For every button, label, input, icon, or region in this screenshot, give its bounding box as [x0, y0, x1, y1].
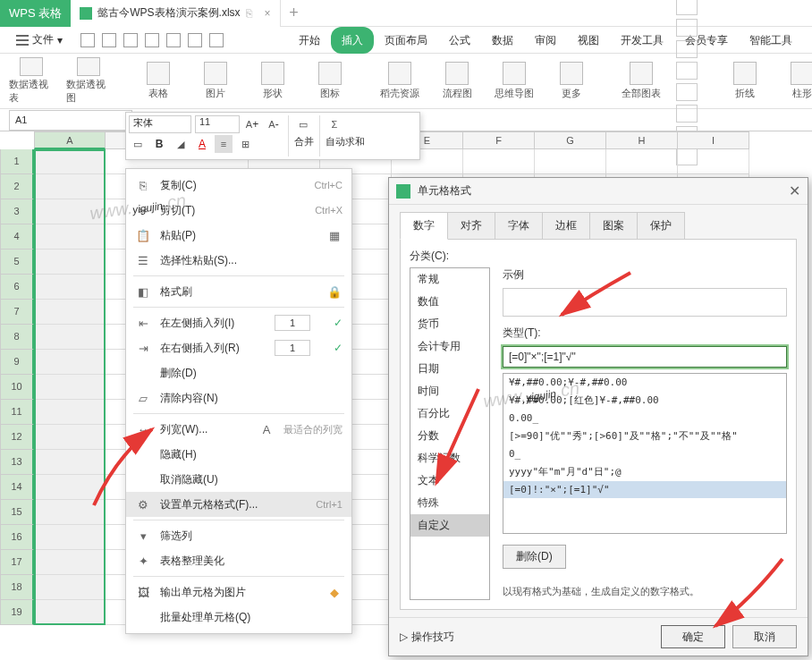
cell[interactable] [34, 425, 106, 450]
cell[interactable] [606, 149, 678, 174]
pivot-chart-button[interactable]: 数据透视图 [66, 57, 111, 105]
cell[interactable] [34, 174, 106, 199]
category-item[interactable]: 特殊 [410, 492, 489, 514]
chart-type-icon[interactable] [676, 105, 698, 123]
tab-start[interactable]: 开始 [288, 27, 331, 54]
type-list-item[interactable]: [=0]!:"×";[=1]"√" [503, 481, 786, 498]
category-list[interactable]: 常规数值货币会计专用日期时间百分比分数科学记数文本特殊自定义 [410, 267, 490, 600]
row-header[interactable]: 4 [0, 224, 34, 250]
dtab-font[interactable]: 字体 [495, 212, 543, 240]
ds-resource-button[interactable]: 稻壳资源 [377, 57, 422, 105]
cell[interactable] [34, 600, 106, 625]
more-button[interactable]: 更多 [549, 57, 594, 105]
menu-col-width[interactable]: ↔列宽(W)...A最适合的列宽 [126, 417, 351, 442]
type-list-item[interactable]: 0_ [503, 445, 786, 462]
row-header[interactable]: 14 [0, 475, 34, 500]
menu-copy[interactable]: ⎘复制(C)Ctrl+C [126, 173, 351, 198]
cell[interactable] [34, 500, 106, 525]
type-list-item[interactable]: yyyy"年"m"月"d"日";@ [503, 462, 786, 481]
col-header[interactable]: G [535, 131, 606, 149]
menu-beautify[interactable]: ✦表格整理美化 [126, 548, 351, 573]
col-header[interactable]: A [34, 131, 106, 149]
cell[interactable] [34, 224, 106, 250]
merge-icon[interactable]: ▭ [294, 115, 312, 133]
count-stepper[interactable]: 1 [275, 315, 310, 331]
dtab-border[interactable]: 边框 [542, 212, 590, 240]
table-button[interactable]: 表格 [136, 57, 181, 105]
row-header[interactable]: 12 [0, 425, 34, 450]
shrink-font-icon[interactable]: A- [265, 115, 283, 133]
qat-redo-icon[interactable] [209, 33, 224, 47]
font-select[interactable]: 宋体 [129, 115, 191, 133]
dtab-protect[interactable]: 保护 [637, 212, 685, 240]
flow-button[interactable]: 流程图 [435, 57, 479, 105]
tab-data[interactable]: 数据 [481, 27, 524, 54]
type-list-item[interactable]: ¥#,##0.00;[红色]¥-#,##0.00 [503, 391, 786, 410]
row-header[interactable]: 7 [0, 300, 34, 325]
qat-save-icon[interactable] [123, 33, 138, 47]
cell[interactable] [34, 350, 106, 375]
cell[interactable] [678, 149, 749, 174]
row-header[interactable]: 3 [0, 199, 34, 224]
file-tab[interactable]: 懿古今WPS表格演示案例.xlsx ⎘ × [71, 0, 280, 27]
ok-button[interactable]: 确定 [661, 625, 725, 648]
cell[interactable] [463, 149, 535, 174]
col-header[interactable]: H [606, 131, 678, 149]
check-icon[interactable]: ✓ [334, 342, 343, 354]
bar-chart-button[interactable]: 柱形 [780, 57, 812, 105]
menu-export-image[interactable]: 🖼输出单元格为图片◆ [126, 580, 351, 605]
fill-color-icon[interactable]: ◢ [172, 135, 190, 153]
category-item[interactable]: 科学记数 [410, 447, 489, 470]
check-icon[interactable]: ✓ [334, 317, 343, 329]
cell[interactable] [34, 375, 106, 400]
shape-button[interactable]: 形状 [250, 57, 295, 105]
border-icon[interactable]: ⊞ [236, 135, 254, 153]
count-stepper[interactable]: 1 [275, 340, 310, 356]
category-item[interactable]: 时间 [410, 380, 489, 402]
menu-unhide[interactable]: 取消隐藏(U) [126, 467, 351, 492]
menu-cut[interactable]: ✂剪切(T)Ctrl+X [126, 198, 351, 223]
type-list-item[interactable]: [>=90]"优""秀";[>60]"及""格";"不""及""格" [503, 427, 786, 445]
col-header[interactable]: F [463, 131, 535, 149]
menu-cell-format[interactable]: ⚙设置单元格格式(F)...Ctrl+1 [126, 492, 351, 517]
cell[interactable] [34, 525, 106, 550]
menu-format-painter[interactable]: ◧格式刷🔒 [126, 279, 351, 304]
line-chart-button[interactable]: 折线 [723, 57, 767, 105]
type-list-item[interactable]: ¥#,##0.00;¥-#,##0.00 [503, 374, 786, 391]
category-item[interactable]: 日期 [410, 358, 489, 380]
tab-view[interactable]: 视图 [567, 27, 610, 54]
chart-type-icon[interactable] [676, 40, 698, 58]
row-header[interactable]: 6 [0, 275, 34, 300]
tab-review[interactable]: 审阅 [524, 27, 567, 54]
chart-type-icon[interactable] [676, 19, 698, 37]
menu-filter-col[interactable]: ▾筛选列 [126, 523, 351, 548]
image-button[interactable]: 图片 [193, 57, 238, 105]
close-tab-icon[interactable]: × [265, 7, 271, 20]
cell[interactable] [34, 300, 106, 325]
tab-layout[interactable]: 页面布局 [374, 27, 438, 54]
row-header[interactable]: 16 [0, 525, 34, 550]
cancel-button[interactable]: 取消 [732, 625, 797, 648]
font-color-icon[interactable]: A [193, 135, 211, 153]
row-header[interactable]: 8 [0, 325, 34, 350]
align-icon[interactable]: ≡ [215, 135, 233, 153]
dtab-align[interactable]: 对齐 [447, 212, 495, 240]
icon-button[interactable]: 图标 [308, 57, 352, 105]
close-icon[interactable]: ✕ [789, 182, 800, 199]
cell[interactable] [34, 575, 106, 600]
format-painter-icon[interactable]: ▭ [129, 135, 147, 153]
col-header[interactable]: I [678, 131, 749, 149]
cell[interactable] [34, 199, 106, 224]
tab-insert[interactable]: 插入 [331, 27, 374, 54]
category-item[interactable]: 自定义 [410, 514, 489, 537]
chart-type-icon[interactable] [676, 62, 698, 80]
all-charts-button[interactable]: 全部图表 [619, 57, 664, 105]
category-item[interactable]: 分数 [410, 425, 489, 447]
bold-icon[interactable]: B [150, 135, 168, 153]
row-header[interactable]: 1 [0, 149, 34, 174]
chart-type-icon[interactable] [676, 0, 698, 15]
dtab-pattern[interactable]: 图案 [589, 212, 638, 240]
pivot-table-button[interactable]: 数据透视表 [9, 57, 54, 105]
menu-paste-special[interactable]: ☰选择性粘贴(S)... [126, 248, 351, 273]
cell[interactable] [34, 450, 106, 475]
